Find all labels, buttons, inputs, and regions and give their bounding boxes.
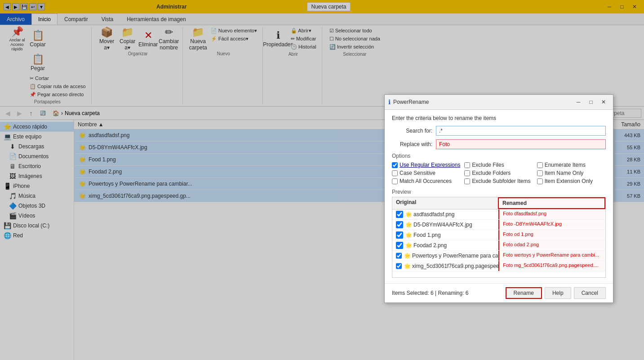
dialog-window-controls: ─ □ ✕	[573, 98, 609, 107]
options-title: Options	[392, 153, 606, 159]
label-match-all[interactable]: Match All Occurences	[400, 178, 452, 184]
dialog-close-button[interactable]: ✕	[598, 98, 609, 107]
preview-cell-renamed-4: Foto odad 2.png	[498, 240, 605, 250]
preview-row[interactable]: 🌟 ximg_5cd3061f76ca9.png.pagespee... Fot…	[392, 261, 605, 271]
rename-button[interactable]: Rename	[506, 287, 542, 299]
checkbox-use-regex[interactable]	[392, 162, 398, 168]
replace-label: Replace with:	[392, 141, 432, 147]
checkbox-match-all[interactable]	[392, 178, 398, 184]
preview-check-1[interactable]	[396, 211, 403, 218]
preview-check-2[interactable]	[396, 221, 403, 228]
dialog-title-text: PowerRename	[393, 99, 570, 105]
checkbox-case-sensitive[interactable]	[392, 170, 398, 176]
option-item-ext-only: Item Extension Only	[537, 178, 606, 184]
label-item-ext-only[interactable]: Item Extension Only	[545, 178, 593, 184]
preview-header: Original Renamed	[392, 197, 605, 209]
preview-file-icon-6: 🌟	[404, 263, 411, 269]
option-exclude-subfolders: Exclude Subfolder Items	[464, 178, 533, 184]
option-case-sensitive: Case Sensitive	[392, 170, 461, 176]
label-item-name-only[interactable]: Item Name Only	[545, 170, 584, 176]
preview-cell-renamed-2: Foto -D8YmW4AAFfcX.jpg	[498, 220, 605, 230]
preview-row[interactable]: 🌟 Food 1.png Foto od 1.png	[392, 230, 605, 240]
option-enumerate: Enumerate Items	[537, 162, 606, 168]
label-exclude-folders[interactable]: Exclude Folders	[472, 170, 511, 176]
preview-row[interactable]: 🌟 Foodad 2.png Foto odad 2.png	[392, 240, 605, 251]
preview-check-5[interactable]	[396, 252, 402, 259]
preview-cell-renamed-5: Foto wertoys y PowerRename para cambi...	[498, 251, 605, 261]
preview-file-icon-4: 🌟	[405, 242, 412, 249]
footer-buttons: Rename Help Cancel	[506, 287, 606, 299]
preview-file-icon-5: 🌟	[404, 253, 411, 259]
checkbox-item-name-only[interactable]	[537, 170, 543, 176]
option-match-all: Match All Occurences	[392, 178, 461, 184]
label-exclude-subfolders[interactable]: Exclude Subfolder Items	[472, 178, 530, 184]
checkbox-enumerate[interactable]	[537, 162, 543, 168]
preview-cell-renamed-3: Foto od 1.png	[498, 230, 605, 240]
options-grid: Use Regular Expressions Exclude Files En…	[392, 162, 606, 184]
label-use-regex[interactable]: Use Regular Expressions	[400, 162, 460, 168]
option-use-regex: Use Regular Expressions	[392, 162, 461, 168]
preview-row[interactable]: 🌟 Powertoys y PowerRename para ca... Fot…	[392, 251, 605, 261]
option-item-name-only: Item Name Only	[537, 170, 606, 176]
search-field[interactable]	[436, 126, 606, 136]
power-rename-dialog: ℹ PowerRename ─ □ ✕ Enter the criteria b…	[384, 94, 613, 303]
replace-field[interactable]	[436, 139, 606, 149]
search-field-row: Search for:	[392, 126, 606, 136]
preview-title: Preview	[392, 189, 606, 195]
checkbox-exclude-files[interactable]	[464, 162, 470, 168]
dialog-body: Enter the criteria below to rename the i…	[385, 110, 613, 283]
options-section: Options Use Regular Expressions Exclude …	[392, 153, 606, 184]
preview-col-renamed-header: Renamed	[498, 197, 605, 209]
dialog-title-icon: ℹ	[388, 98, 391, 106]
preview-check-4[interactable]	[396, 242, 403, 249]
dialog-maximize-button[interactable]: □	[585, 98, 597, 107]
preview-col-original-header: Original	[392, 197, 498, 209]
preview-row[interactable]: 🌟 asdfasdfadsf.png Foto dfasdfadsf.png	[392, 209, 605, 220]
preview-row[interactable]: 🌟 D5-D8YmW4AAFfcX.jpg Foto -D8YmW4AAFfcX…	[392, 220, 605, 230]
preview-cell-original-3: 🌟 Food 1.png	[392, 230, 498, 240]
option-exclude-files: Exclude Files	[464, 162, 533, 168]
label-enumerate[interactable]: Enumerate Items	[545, 162, 586, 168]
preview-cell-original-1: 🌟 asdfasdfadsf.png	[392, 209, 498, 219]
replace-field-row: Replace with:	[392, 139, 606, 149]
help-button[interactable]: Help	[545, 287, 571, 299]
label-exclude-files[interactable]: Exclude Files	[472, 162, 504, 168]
preview-check-6[interactable]	[396, 262, 402, 270]
dialog-footer: Items Selected: 6 | Renaming: 6 Rename H…	[385, 283, 613, 302]
preview-file-icon-3: 🌟	[405, 232, 412, 238]
cancel-button[interactable]: Cancel	[574, 287, 606, 299]
checkbox-item-ext-only[interactable]	[537, 178, 543, 184]
preview-cell-renamed-6: Foto mg_5cd3061f76ca9.png.pagespeed....	[498, 261, 605, 271]
preview-check-3[interactable]	[396, 231, 403, 239]
dialog-minimize-button[interactable]: ─	[573, 98, 584, 107]
checkbox-exclude-folders[interactable]	[464, 170, 470, 176]
preview-file-icon-1: 🌟	[405, 211, 412, 218]
preview-file-icon-2: 🌟	[405, 222, 412, 228]
label-case-sensitive[interactable]: Case Sensitive	[400, 170, 435, 176]
preview-cell-original-6: 🌟 ximg_5cd3061f76ca9.png.pagespee...	[392, 261, 498, 271]
option-exclude-folders: Exclude Folders	[464, 170, 533, 176]
preview-cell-original-4: 🌟 Foodad 2.png	[392, 240, 498, 250]
search-label: Search for:	[392, 128, 432, 134]
dialog-instruction: Enter the criteria below to rename the i…	[392, 115, 606, 121]
preview-section: Preview Original Renamed 🌟 asdfasdfadsf.…	[392, 189, 606, 278]
footer-status: Items Selected: 6 | Renaming: 6	[392, 290, 469, 296]
preview-cell-original-5: 🌟 Powertoys y PowerRename para ca...	[392, 251, 498, 261]
preview-box: Original Renamed 🌟 asdfasdfadsf.png Foto…	[392, 197, 606, 278]
checkbox-exclude-subfolders[interactable]	[464, 178, 470, 184]
preview-cell-original-2: 🌟 D5-D8YmW4AAFfcX.jpg	[392, 220, 498, 230]
dialog-titlebar: ℹ PowerRename ─ □ ✕	[385, 95, 613, 110]
preview-cell-renamed-1: Foto dfasdfadsf.png	[498, 209, 605, 219]
